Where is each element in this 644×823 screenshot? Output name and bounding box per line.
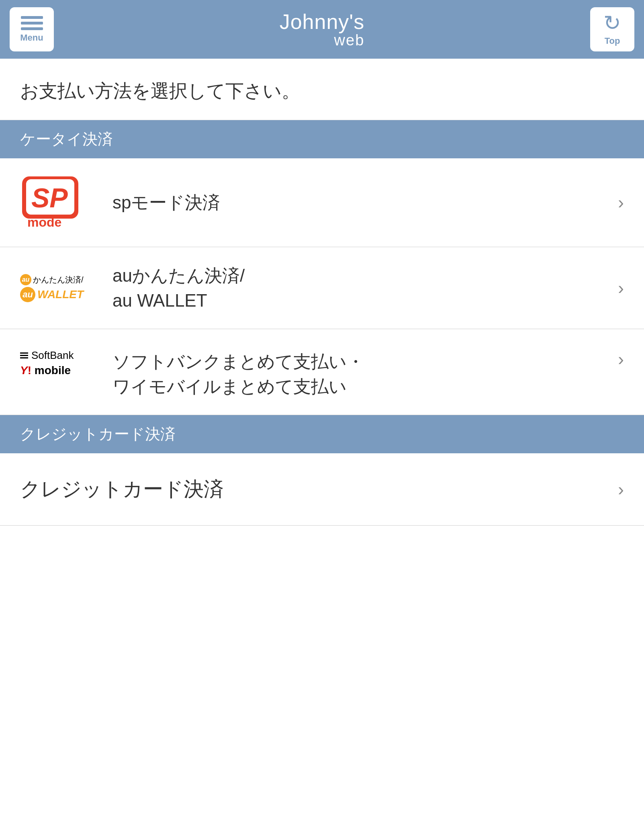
au-wallet-label: auかんたん決済/au WALLET bbox=[100, 263, 610, 313]
brand-title: Johnny's web bbox=[280, 10, 365, 49]
softbank-label: ソフトバンクまとめて支払い・ワイモバイルまとめて支払い bbox=[100, 349, 610, 399]
hamburger-line-2 bbox=[21, 22, 43, 25]
credit-card-item[interactable]: クレジットカード決済 › bbox=[0, 453, 644, 526]
sp-mode-svg: SP mode bbox=[20, 174, 84, 231]
menu-button[interactable]: Menu bbox=[10, 7, 54, 51]
sp-mode-item[interactable]: SP mode spモード決済 › bbox=[0, 158, 644, 247]
credit-section-label: クレジットカード決済 bbox=[20, 426, 176, 442]
softbank-item[interactable]: SoftBank Y! mobile ソフトバンクまとめて支払い・ワイモバイルま… bbox=[0, 329, 644, 415]
credit-card-chevron: › bbox=[618, 479, 624, 500]
au-circle-icon: au bbox=[20, 274, 31, 285]
svg-text:SP: SP bbox=[31, 182, 68, 213]
svg-text:mode: mode bbox=[27, 215, 61, 229]
hamburger-icon bbox=[21, 16, 43, 30]
softbank-logo: SoftBank Y! mobile bbox=[20, 349, 100, 377]
sp-mode-logo: SP mode bbox=[20, 174, 100, 231]
page-instruction: お支払い方法を選択して下さい。 bbox=[0, 59, 644, 120]
hamburger-line-1 bbox=[21, 16, 43, 19]
sp-mode-label: spモード決済 bbox=[100, 190, 610, 215]
au-wallet-text: au WALLET bbox=[20, 287, 84, 302]
softbank-name: SoftBank bbox=[20, 349, 74, 362]
brand-main: Johnny's bbox=[280, 10, 365, 33]
au-wallet-logo: au かんたん決済/ au WALLET bbox=[20, 274, 100, 302]
brand-sub: web bbox=[280, 32, 365, 49]
au-wallet-chevron: › bbox=[618, 278, 624, 298]
top-label: Top bbox=[605, 36, 620, 46]
keitai-section-label: ケータイ決済 bbox=[20, 131, 113, 147]
au-wallet-item[interactable]: au かんたん決済/ au WALLET auかんたん決済/au WALLET … bbox=[0, 247, 644, 329]
credit-card-label: クレジットカード決済 bbox=[20, 476, 610, 503]
au-logo-icon: au bbox=[20, 287, 35, 302]
credit-section-header: クレジットカード決済 bbox=[0, 415, 644, 453]
keitai-section-header: ケータイ決済 bbox=[0, 120, 644, 158]
sp-mode-chevron: › bbox=[618, 192, 624, 213]
top-button[interactable]: ↻ Top bbox=[590, 7, 634, 51]
softbank-lines-icon bbox=[20, 352, 28, 358]
ymobile-logo: Y! mobile bbox=[20, 364, 74, 377]
menu-label: Menu bbox=[20, 33, 43, 43]
softbank-chevron: › bbox=[618, 349, 624, 369]
top-refresh-icon: ↻ bbox=[603, 12, 621, 33]
au-kantan-text: au かんたん決済/ bbox=[20, 274, 84, 285]
header: Menu Johnny's web ↻ Top bbox=[0, 0, 644, 59]
hamburger-line-3 bbox=[21, 27, 43, 30]
